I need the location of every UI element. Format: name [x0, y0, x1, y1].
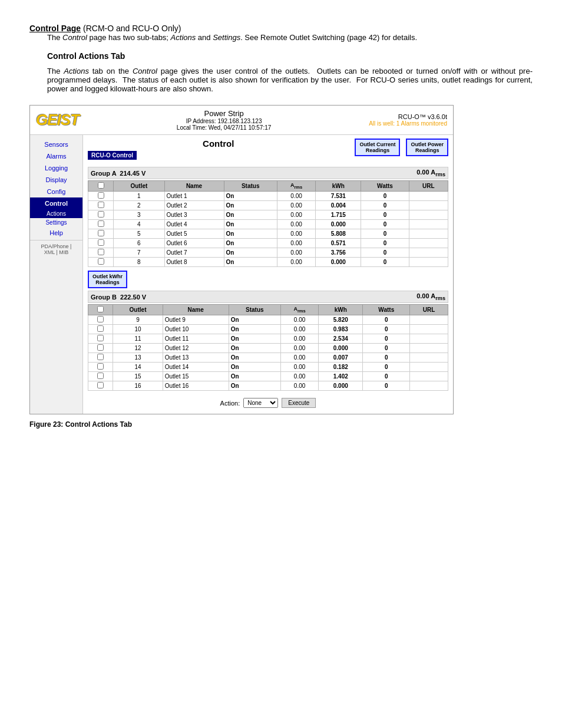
outlet-current-callout: Outlet CurrentReadings: [355, 139, 400, 156]
group-a-header: Group A 214.45 V 0.00 Arms: [88, 167, 448, 179]
device-header: GEIST Power Strip IP Address: 192.168.12…: [30, 106, 453, 135]
outlet-check[interactable]: [97, 335, 104, 341]
col-status-b: Status: [229, 305, 280, 315]
outlet-check[interactable]: [97, 344, 104, 351]
table-row: 14 Outlet 14 On 0.00 0.182 0: [88, 363, 448, 372]
sidebar-item-settings[interactable]: Settings: [30, 218, 82, 227]
table-row: 2 Outlet 2 On 0.00 0.004 0: [88, 201, 448, 210]
col-url-b: URL: [410, 305, 448, 315]
table-row: 8 Outlet 8 On 0.00 0.000 0: [88, 258, 448, 267]
select-all-b[interactable]: [97, 306, 104, 312]
action-label: Action:: [220, 400, 240, 407]
group-b-table: Outlet Name Status Arms kWh Watts URL 9 …: [88, 304, 448, 391]
table-row: 5 Outlet 5 On 0.00 5.808 0: [88, 229, 448, 239]
sidebar-item-sensors[interactable]: Sensors: [30, 139, 82, 150]
col-kwh-b: kWh: [319, 305, 363, 315]
figure-caption: Figure 23: Control Actions Tab: [29, 420, 533, 429]
section-title: Control Actions Tab: [47, 51, 533, 61]
outlet-check[interactable]: [97, 354, 104, 360]
group-b-header: Group B 222.50 V 0.00 Arms: [88, 291, 448, 303]
outlet-check[interactable]: [98, 230, 104, 236]
execute-button[interactable]: Execute: [282, 398, 316, 408]
col-status-a: Status: [224, 181, 277, 192]
table-row: 13 Outlet 13 On 0.00 0.007 0: [88, 353, 448, 363]
outlet-check[interactable]: [98, 211, 104, 218]
sidebar: Sensors Alarms Logging Display Config Co…: [30, 135, 83, 414]
main-layout: Sensors Alarms Logging Display Config Co…: [30, 135, 453, 414]
action-select[interactable]: None On Off Reboot: [243, 398, 278, 408]
table-row: 11 Outlet 11 On 0.00 2.534 0: [88, 334, 448, 344]
section-body: The Actions tab on the Control page give…: [47, 67, 533, 93]
geist-logo: GEIST: [36, 111, 79, 129]
screenshot: GEIST Power Strip IP Address: 192.168.12…: [29, 105, 454, 414]
outlet-check[interactable]: [98, 202, 104, 208]
outlet-check[interactable]: [97, 316, 104, 322]
outlet-check[interactable]: [98, 220, 104, 227]
sidebar-item-display[interactable]: Display: [30, 174, 82, 186]
device-info-right: RCU-O™ v3.6.0t All is well: 1 Alarms mon…: [369, 113, 447, 127]
col-kwh-a: kWh: [316, 181, 361, 192]
sidebar-divider: [30, 240, 82, 241]
col-name-b: Name: [163, 305, 229, 315]
table-row: 9 Outlet 9 On 0.00 5.820 0: [88, 315, 448, 325]
col-check-a: [88, 181, 114, 192]
outlet-check[interactable]: [98, 249, 104, 255]
outlet-kwhr-callout: Outlet kWhrReadings: [88, 271, 127, 288]
table-row: 4 Outlet 4 On 0.00 0.000 0: [88, 220, 448, 229]
sidebar-item-logging[interactable]: Logging: [30, 162, 82, 174]
table-row: 12 Outlet 12 On 0.00 0.000 0: [88, 344, 448, 353]
outlet-check[interactable]: [98, 258, 104, 265]
outlet-check[interactable]: [97, 325, 104, 332]
col-url-a: URL: [409, 181, 448, 192]
outlet-check[interactable]: [98, 192, 104, 199]
table-row: 1 Outlet 1 On 0.00 7.531 0: [88, 192, 448, 201]
table-row: 10 Outlet 10 On 0.00 0.983 0: [88, 325, 448, 334]
sidebar-item-help[interactable]: Help: [30, 227, 82, 239]
sidebar-item-config[interactable]: Config: [30, 186, 82, 197]
table-row: 3 Outlet 3 On 0.00 1.715 0: [88, 210, 448, 220]
select-all-a[interactable]: [98, 182, 104, 189]
table-row: 7 Outlet 7 On 0.00 3.756 0: [88, 248, 448, 258]
intro-text: The Control page has two sub-tabs; Actio…: [47, 33, 533, 42]
device-info-center: Power Strip IP Address: 192.168.123.123 …: [177, 109, 271, 131]
col-check-b: [88, 305, 113, 315]
sidebar-item-actions[interactable]: Actions: [30, 209, 82, 218]
col-outlet-b: Outlet: [113, 305, 163, 315]
outlet-power-callout: Outlet PowerReadings: [406, 139, 448, 156]
control-title: Control: [88, 139, 349, 149]
col-name-a: Name: [164, 181, 224, 192]
col-watts-b: Watts: [363, 305, 410, 315]
sidebar-item-control[interactable]: Control: [30, 197, 82, 209]
rcu-label: RCU-O Control: [88, 151, 137, 160]
page-title: Control Page (RCM-O and RCU-O Only): [29, 24, 533, 33]
table-row: 15 Outlet 15 On 0.00 1.402 0: [88, 372, 448, 381]
table-row: 16 Outlet 16 On 0.00 0.000 0: [88, 381, 448, 391]
outlet-check[interactable]: [98, 239, 104, 246]
content-area: Control RCU-O Control Outlet CurrentRead…: [83, 135, 453, 414]
col-watts-a: Watts: [361, 181, 409, 192]
col-outlet-a: Outlet: [114, 181, 164, 192]
group-a-table: Outlet Name Status Arms kWh Watts URL 1 …: [88, 180, 448, 267]
outlet-check[interactable]: [97, 373, 104, 379]
action-row: Action: None On Off Reboot Execute: [88, 394, 448, 410]
outlet-check[interactable]: [97, 382, 104, 388]
table-row: 6 Outlet 6 On 0.00 0.571 0: [88, 239, 448, 248]
col-arms-a: Arms: [277, 181, 316, 192]
col-arms-b: Arms: [281, 305, 319, 315]
outlet-check[interactable]: [97, 363, 104, 370]
sidebar-item-alarms[interactable]: Alarms: [30, 150, 82, 162]
sidebar-footer: PDA/Phone |XML | MIB: [30, 242, 82, 257]
